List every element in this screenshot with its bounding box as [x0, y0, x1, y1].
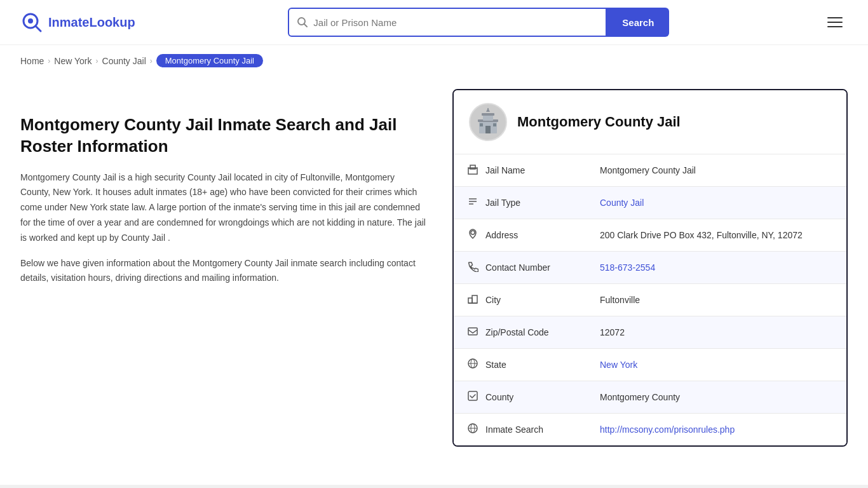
- row-value-4: Fultonville: [587, 284, 846, 316]
- row-label-1: Jail Type: [466, 196, 574, 210]
- table-row: City Fultonville: [454, 284, 846, 316]
- breadcrumb-state[interactable]: New York: [54, 56, 92, 66]
- row-label-4: City: [466, 293, 574, 307]
- row-label-6: State: [466, 358, 574, 372]
- svg-point-20: [471, 231, 475, 234]
- table-row: State New York: [454, 349, 846, 381]
- address-icon: [466, 228, 479, 242]
- description-paragraph-1: Montgomery County Jail is a high securit…: [20, 170, 427, 246]
- breadcrumb-sep-2: ›: [96, 57, 98, 65]
- svg-point-2: [28, 18, 33, 24]
- row-value-5: 12072: [587, 316, 846, 349]
- svg-rect-28: [468, 391, 477, 400]
- breadcrumb-category[interactable]: County Jail: [102, 56, 146, 66]
- hamburger-menu[interactable]: [822, 12, 848, 32]
- type-icon: [466, 196, 479, 210]
- svg-rect-11: [493, 123, 496, 126]
- right-column: Montgomery County Jail Jail Name Montgom…: [452, 89, 848, 447]
- description-paragraph-2: Below we have given information about th…: [20, 256, 427, 287]
- left-column: Montgomery County Jail Inmate Search and…: [20, 89, 427, 447]
- row-link-1[interactable]: County Jail: [600, 198, 644, 208]
- main-content: Montgomery County Jail Inmate Search and…: [0, 76, 868, 472]
- card-title: Montgomery County Jail: [517, 114, 681, 130]
- row-label-3: Contact Number: [466, 261, 574, 274]
- svg-line-4: [304, 24, 308, 27]
- row-label-2: Address: [466, 228, 574, 242]
- svg-rect-21: [468, 298, 472, 303]
- breadcrumb-sep-1: ›: [48, 57, 50, 65]
- svg-rect-9: [485, 126, 491, 133]
- svg-rect-24: [468, 328, 477, 335]
- table-row: Inmate Search http://mcsony.com/prisonru…: [454, 414, 846, 446]
- svg-line-1: [36, 26, 41, 31]
- svg-rect-10: [480, 123, 483, 126]
- row-link-8[interactable]: http://mcsony.com/prisonrules.php: [600, 424, 735, 435]
- search-wrapper: [288, 8, 607, 37]
- info-card: Montgomery County Jail Jail Name Montgom…: [452, 89, 848, 447]
- search-area: Search: [288, 8, 669, 37]
- logo-link[interactable]: InmateLookup: [20, 11, 135, 34]
- row-label-8: Inmate Search: [466, 423, 574, 437]
- info-table: Jail Name Montgomery County Jail Jail Ty…: [454, 154, 846, 445]
- jail-icon: [466, 163, 479, 177]
- table-row: Jail Name Montgomery County Jail: [454, 154, 846, 187]
- table-row: Jail Type County Jail: [454, 187, 846, 219]
- row-link-6[interactable]: New York: [600, 360, 637, 370]
- building-icon: [474, 108, 502, 136]
- logo-icon: [20, 11, 43, 34]
- row-label-5: Zip/Postal Code: [466, 325, 574, 339]
- row-link-3[interactable]: 518-673-2554: [600, 262, 655, 273]
- state-icon: [466, 358, 479, 372]
- county-icon: [466, 390, 479, 404]
- search-icon: [297, 17, 308, 28]
- logo-text: InmateLookup: [48, 15, 135, 30]
- row-label-0: Jail Name: [466, 163, 574, 177]
- inmate-icon: [466, 423, 479, 437]
- card-header: Montgomery County Jail: [454, 90, 846, 154]
- table-row: Address 200 Clark Drive PO Box 432, Fult…: [454, 219, 846, 252]
- city-icon: [466, 293, 479, 307]
- row-value-8[interactable]: http://mcsony.com/prisonrules.php: [587, 414, 846, 446]
- breadcrumb-sep-3: ›: [150, 57, 153, 65]
- row-value-7: Montgomery County: [587, 381, 846, 414]
- phone-icon: [466, 261, 479, 274]
- row-value-0: Montgomery County Jail: [587, 154, 846, 187]
- breadcrumb-current: Montgomery County Jail: [156, 54, 263, 67]
- row-value-3[interactable]: 518-673-2554: [587, 252, 846, 284]
- page-title: Montgomery County Jail Inmate Search and…: [20, 114, 427, 158]
- search-input[interactable]: [313, 17, 598, 28]
- footer-bar: [0, 485, 868, 488]
- row-value-2: 200 Clark Drive PO Box 432, Fultonville,…: [587, 219, 846, 252]
- row-value-1[interactable]: County Jail: [587, 187, 846, 219]
- search-button[interactable]: Search: [607, 8, 669, 37]
- table-row: Contact Number 518-673-2554: [454, 252, 846, 284]
- table-row: County Montgomery County: [454, 381, 846, 414]
- breadcrumb: Home › New York › County Jail › Montgome…: [0, 45, 868, 76]
- jail-thumbnail: [469, 103, 507, 141]
- svg-rect-22: [472, 295, 477, 303]
- table-row: Zip/Postal Code 12072: [454, 316, 846, 349]
- zip-icon: [466, 325, 479, 339]
- svg-marker-13: [486, 108, 490, 112]
- row-value-6[interactable]: New York: [587, 349, 846, 381]
- breadcrumb-home[interactable]: Home: [20, 56, 44, 66]
- row-label-7: County: [466, 390, 574, 404]
- svg-rect-8: [482, 113, 494, 116]
- header: InmateLookup Search: [0, 0, 868, 45]
